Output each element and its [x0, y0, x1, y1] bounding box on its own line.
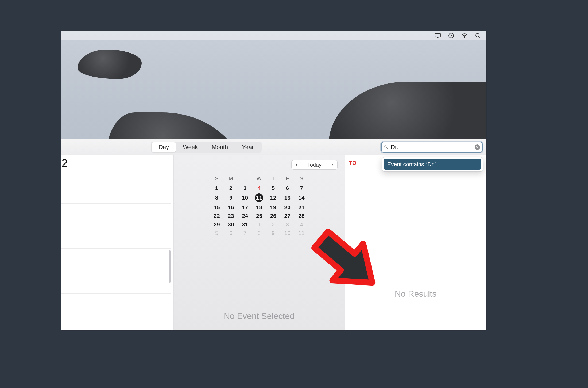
search-results-pane: TO No Results	[345, 155, 486, 330]
calendar-toolbar: Day Week Month Year	[61, 139, 486, 155]
search-suggestion-item[interactable]: Event contains “Dr.”	[384, 159, 481, 170]
calendar-day-cell[interactable]: 13	[280, 192, 295, 203]
wifi-icon[interactable]	[461, 32, 468, 39]
calendar-day-cell[interactable]: 24	[238, 212, 252, 220]
weekday-header: S	[295, 174, 309, 184]
calendar-day-cell[interactable]: 29	[210, 220, 224, 229]
view-year-tab[interactable]: Year	[235, 142, 261, 152]
view-switcher: Day Week Month Year	[151, 142, 262, 153]
calendar-window: Day Week Month Year Event contains “Dr.”…	[61, 139, 486, 330]
calendar-day-cell[interactable]: 23	[224, 212, 238, 220]
calendar-day-cell[interactable]: 26	[266, 212, 280, 220]
calendar-day-cell[interactable]: 31	[238, 220, 252, 229]
today-heading: TO	[349, 160, 357, 166]
weekday-header: M	[224, 174, 238, 184]
weekday-header: T	[238, 174, 252, 184]
calendar-search-input[interactable]	[391, 144, 473, 151]
event-inspector-pane: Today SMTWTFS 12345678910111213141516171…	[174, 155, 345, 330]
calendar-day-cell[interactable]: 14	[295, 192, 309, 203]
calendar-day-cell[interactable]: 5	[266, 184, 280, 192]
weekday-header: S	[210, 174, 224, 184]
calendar-day-cell[interactable]: 9	[266, 229, 280, 237]
calendar-day-cell[interactable]: 1	[210, 184, 224, 192]
calendar-day-cell[interactable]: 10	[238, 192, 252, 203]
calendar-day-cell[interactable]: 18	[252, 203, 266, 212]
calendar-day-cell[interactable]: 11	[295, 229, 309, 237]
search-icon	[384, 145, 389, 150]
no-event-selected-label: No Event Selected	[174, 311, 345, 330]
calendar-day-cell[interactable]: 3	[280, 220, 295, 229]
spotlight-search-icon[interactable]	[475, 32, 481, 39]
calendar-day-cell[interactable]: 30	[224, 220, 238, 229]
mini-month-calendar: SMTWTFS 12345678910111213141516171819202…	[210, 174, 309, 237]
calendar-day-cell[interactable]: 8	[210, 192, 224, 203]
date-nav: Today	[174, 155, 345, 172]
no-results-label: No Results	[395, 289, 437, 299]
calendar-day-cell[interactable]: 7	[295, 184, 309, 192]
clear-search-icon[interactable]	[475, 144, 480, 150]
play-circle-icon[interactable]	[448, 32, 454, 39]
svg-rect-0	[435, 33, 440, 37]
calendar-search-field[interactable]	[381, 142, 483, 153]
hour-lines[interactable]	[61, 181, 171, 330]
calendar-day-cell[interactable]: 20	[280, 203, 295, 212]
calendar-day-cell[interactable]: 22	[210, 212, 224, 220]
today-button[interactable]: Today	[302, 160, 327, 170]
calendar-day-cell[interactable]: 19	[266, 203, 280, 212]
calendar-day-cell[interactable]: 10	[280, 229, 295, 237]
wallpaper-rock	[78, 50, 142, 79]
calendar-day-cell[interactable]: 8	[252, 229, 266, 237]
calendar-day-cell[interactable]: 6	[224, 229, 238, 237]
search-suggestions-dropdown: Event contains “Dr.”	[382, 157, 483, 172]
calendar-day-cell[interactable]: 3	[238, 184, 252, 192]
weekday-header: W	[252, 174, 266, 184]
macos-menubar	[61, 31, 486, 40]
calendar-day-cell[interactable]: 25	[252, 212, 266, 220]
day-timeline-pane: 2	[61, 155, 174, 330]
calendar-day-cell[interactable]: 2	[266, 220, 280, 229]
weekday-header: F	[280, 174, 295, 184]
view-month-tab[interactable]: Month	[205, 142, 235, 152]
calendar-day-cell[interactable]: 9	[224, 192, 238, 203]
calendar-day-cell[interactable]: 7	[238, 229, 252, 237]
calendar-day-cell[interactable]: 27	[280, 212, 295, 220]
calendar-day-cell[interactable]: 16	[224, 203, 238, 212]
view-week-tab[interactable]: Week	[176, 142, 205, 152]
next-day-button[interactable]	[327, 160, 338, 170]
calendar-day-cell[interactable]: 21	[295, 203, 309, 212]
calendar-day-cell[interactable]: 1	[252, 220, 266, 229]
calendar-day-cell[interactable]: 17	[238, 203, 252, 212]
calendar-day-cell[interactable]: 6	[280, 184, 295, 192]
svg-point-4	[385, 146, 387, 148]
calendar-day-cell[interactable]: 11	[252, 192, 266, 203]
calendar-day-cell[interactable]: 4	[252, 184, 266, 192]
calendar-day-cell[interactable]: 12	[266, 192, 280, 203]
calendar-day-cell[interactable]: 4	[295, 220, 309, 229]
weekday-header: T	[266, 174, 280, 184]
svg-point-2	[464, 37, 465, 38]
calendar-day-cell[interactable]: 28	[295, 212, 309, 220]
calendar-day-cell[interactable]: 2	[224, 184, 238, 192]
year-number-fragment: 2	[61, 157, 67, 170]
screenshot-frame: Day Week Month Year Event contains “Dr.”…	[61, 31, 486, 330]
prev-day-button[interactable]	[291, 160, 302, 170]
calendar-day-cell[interactable]: 15	[210, 203, 224, 212]
screen-mirroring-icon[interactable]	[435, 32, 441, 39]
view-day-tab[interactable]: Day	[152, 142, 176, 152]
calendar-day-cell[interactable]: 5	[210, 229, 224, 237]
calendar-body: 2 Today SMTWTF	[61, 155, 486, 330]
